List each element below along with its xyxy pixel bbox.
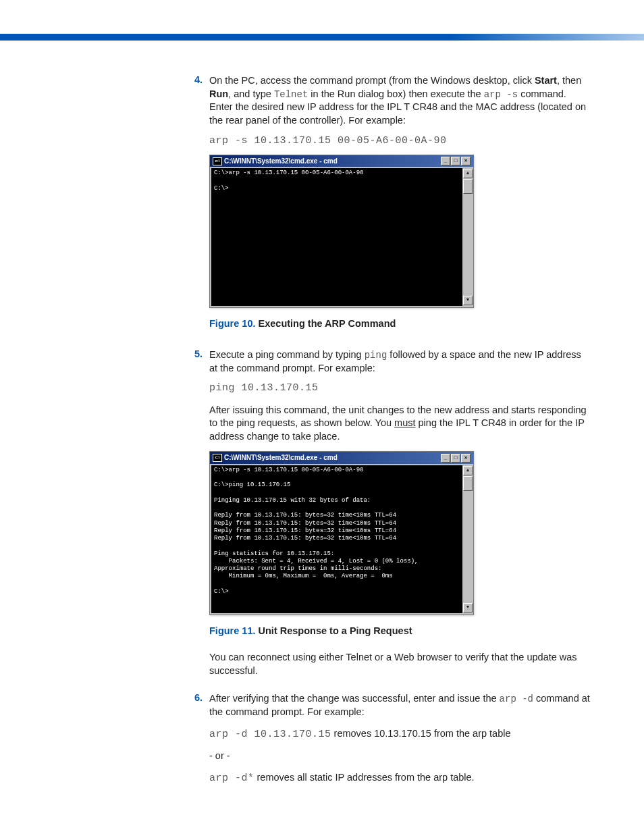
scroll-down-button[interactable]: ▼ xyxy=(463,603,473,613)
code: arp -d 10.13.170.15 xyxy=(209,729,331,740)
scroll-up-button[interactable]: ▲ xyxy=(463,466,473,475)
telnet-code: Telnet xyxy=(274,89,308,100)
scroll-thumb[interactable] xyxy=(463,179,473,194)
run-label: Run xyxy=(209,88,228,99)
minimize-button[interactable]: _ xyxy=(441,454,450,463)
step-5: 5. Execute a ping command by typing ping… xyxy=(182,348,590,689)
scroll-thumb[interactable] xyxy=(463,476,473,491)
step-number: 4. xyxy=(182,74,209,344)
close-button[interactable]: × xyxy=(461,157,471,165)
close-button[interactable]: × xyxy=(461,454,471,463)
text: On the PC, access the command prompt (fr… xyxy=(209,75,535,86)
text: Execute a ping command by typing xyxy=(209,349,365,360)
cmd-window-fig11: c:\ C:\WINNT\System32\cmd.exe - cmd _ □ … xyxy=(209,451,474,615)
arp-s-code: arp -s xyxy=(484,89,518,100)
maximize-button[interactable]: □ xyxy=(451,454,460,463)
figure-label: Figure 10. xyxy=(209,318,256,329)
step-number: 5. xyxy=(182,348,209,689)
cmd-titlebar: c:\ C:\WINNT\System32\cmd.exe - cmd _ □ … xyxy=(210,155,473,167)
step-body: On the PC, access the command prompt (fr… xyxy=(209,74,590,344)
scrollbar[interactable]: ▲ ▼ xyxy=(462,465,472,613)
header-accent-bar xyxy=(0,34,644,41)
ping-code: ping xyxy=(365,350,387,361)
cmd-window-fig10: c:\ C:\WINNT\System32\cmd.exe - cmd _ □ … xyxy=(209,155,474,309)
code-example: ping 10.13.170.15 xyxy=(209,382,590,395)
step-4: 4. On the PC, access the command prompt … xyxy=(182,74,590,344)
text: After verifying that the change was succ… xyxy=(209,693,500,704)
step-6: 6. After verifying that the change was s… xyxy=(182,692,590,793)
cmd-icon: c:\ xyxy=(213,157,222,165)
text: removes 10.13.170.15 from the arp table xyxy=(331,728,511,739)
code: arp -d* xyxy=(209,773,254,784)
page-content: 4. On the PC, access the command prompt … xyxy=(0,41,644,825)
figure-11-caption: Figure 11. Unit Response to a Ping Reque… xyxy=(209,625,590,638)
cmd-icon: c:\ xyxy=(213,454,222,462)
figure-10-caption: Figure 10. Executing the ARP Command xyxy=(209,317,590,331)
code-example: arp -s 10.13.170.15 00-05-A6-00-0A-90 xyxy=(209,134,590,148)
text: in the Run dialog box) then execute the xyxy=(308,88,483,99)
step-number: 6. xyxy=(182,692,209,793)
code-line-1: arp -d 10.13.170.15 removes 10.13.170.15… xyxy=(209,727,590,741)
paragraph: After issuing this command, the unit cha… xyxy=(209,404,590,444)
figure-caption-text: Unit Response to a Ping Request xyxy=(256,625,412,636)
cmd-output: C:\>arp -s 10.13.170.15 00-05-A6-00-0A-9… xyxy=(211,168,462,306)
step-body: Execute a ping command by typing ping fo… xyxy=(209,348,590,689)
scrollbar[interactable]: ▲ ▼ xyxy=(462,168,472,306)
scroll-down-button[interactable]: ▼ xyxy=(463,296,473,305)
text: , and type xyxy=(228,88,274,99)
arp-d-code: arp -d xyxy=(500,694,533,704)
code-line-2: arp -d* removes all static IP addresses … xyxy=(209,771,590,785)
scroll-up-button[interactable]: ▲ xyxy=(463,169,473,178)
figure-caption-text: Executing the ARP Command xyxy=(256,318,396,329)
start-label: Start xyxy=(535,75,557,86)
text: removes all static IP addresses from the… xyxy=(254,772,475,783)
cmd-title-text: C:\WINNT\System32\cmd.exe - cmd xyxy=(224,157,338,166)
cmd-titlebar: c:\ C:\WINNT\System32\cmd.exe - cmd _ □ … xyxy=(210,452,473,464)
minimize-button[interactable]: _ xyxy=(441,157,450,165)
cmd-title-text: C:\WINNT\System32\cmd.exe - cmd xyxy=(224,453,338,463)
reconnect-paragraph: You can reconnect using either Telnet or… xyxy=(209,651,590,677)
maximize-button[interactable]: □ xyxy=(451,157,460,165)
step-body: After verifying that the change was succ… xyxy=(209,692,590,793)
figure-label: Figure 11. xyxy=(209,625,256,636)
text: , then xyxy=(557,75,581,86)
cmd-output: C:\>arp -s 10.13.170.15 00-05-A6-00-0A-9… xyxy=(211,465,462,613)
or-separator: - or - xyxy=(209,750,590,763)
must-underline: must xyxy=(394,417,415,428)
page-footer: IPL T CR48 • Connection and Configuratio… xyxy=(0,825,644,834)
